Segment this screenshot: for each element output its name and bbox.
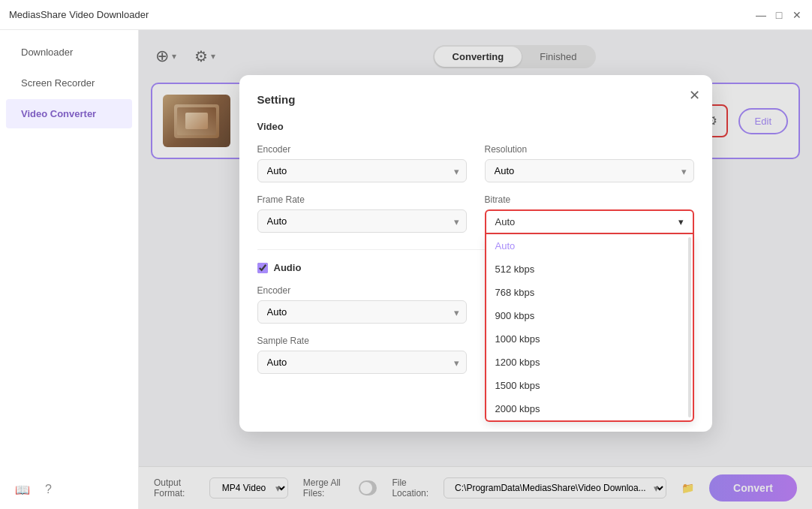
frame-rate-field: Frame Rate Auto [257,194,467,234]
app-layout: Downloader Screen Recorder Video Convert… [0,30,812,509]
frame-rate-select[interactable]: Auto [257,209,467,233]
sidebar-item-video-converter[interactable]: Video Converter [6,99,132,128]
minimize-button[interactable]: — [755,9,767,21]
bitrate-label: Bitrate [485,194,694,205]
modal-overlay: Setting ✕ Video Encoder Auto [139,30,812,509]
sample-rate-label: Sample Rate [257,336,467,346]
bitrate-option-768[interactable]: 768 kbps [486,281,693,304]
video-form-grid: Encoder Auto Resolution Auto [257,144,694,234]
bitrate-select[interactable]: Auto ▾ [485,209,694,234]
frame-rate-label: Frame Rate [257,194,467,205]
modal-close-button[interactable]: ✕ [689,87,700,104]
bitrate-option-900[interactable]: 900 kbps [486,304,693,327]
encoder-label: Encoder [257,144,467,155]
bitrate-scrollbar[interactable] [688,237,691,417]
app-title: MediasShare Video Downloader [9,9,149,20]
audio-checkbox[interactable] [257,263,268,273]
audio-encoder-label: Encoder [257,285,467,296]
bitrate-dropdown: Auto 512 kbps 768 kbps 900 kbps 1000 kbp… [485,234,694,422]
window-controls: — □ ✕ [755,9,803,21]
sidebar: Downloader Screen Recorder Video Convert… [0,30,139,509]
maximize-button[interactable]: □ [773,9,785,21]
book-icon[interactable]: 📖 [15,483,30,497]
resolution-label: Resolution [485,144,694,155]
video-encoder-select[interactable]: Auto [257,159,467,182]
audio-section-title: Audio [274,262,302,273]
audio-encoder-select[interactable]: Auto [257,300,467,324]
bitrate-option-1000[interactable]: 1000 kbps [486,327,693,351]
resolution-select[interactable]: Auto [485,159,694,182]
bitrate-chevron-icon: ▾ [678,216,684,227]
setting-modal: Setting ✕ Video Encoder Auto [239,75,712,432]
bitrate-option-auto[interactable]: Auto [486,234,693,258]
video-section-title: Video [257,121,694,132]
sample-rate-field: Sample Rate Auto [257,336,467,374]
sidebar-item-downloader[interactable]: Downloader [6,38,132,67]
encoder-field: Encoder Auto [257,144,467,182]
titlebar: MediasShare Video Downloader — □ ✕ [0,0,812,30]
bitrate-option-1500[interactable]: 1500 kbps [486,374,693,397]
bitrate-option-2000[interactable]: 2000 kbps [486,397,693,420]
sample-rate-select[interactable]: Auto [257,351,467,374]
resolution-field: Resolution Auto [485,144,694,182]
bitrate-option-512[interactable]: 512 kbps [486,258,693,281]
sidebar-item-screen-recorder[interactable]: Screen Recorder [6,68,132,98]
bitrate-field: Bitrate Auto ▾ Auto 512 kbps 768 kbps 90… [485,194,694,234]
audio-encoder-field: Encoder Auto [257,285,467,324]
modal-title: Setting [257,93,694,106]
bitrate-option-1200[interactable]: 1200 kbps [486,351,693,374]
close-button[interactable]: ✕ [791,9,803,21]
bitrate-dropdown-wrapper: Auto ▾ Auto 512 kbps 768 kbps 900 kbps 1… [485,209,694,234]
help-icon[interactable]: ? [45,483,52,497]
main-content: ⊕ ▾ ⚙ ▾ Converting Finished [139,30,812,509]
